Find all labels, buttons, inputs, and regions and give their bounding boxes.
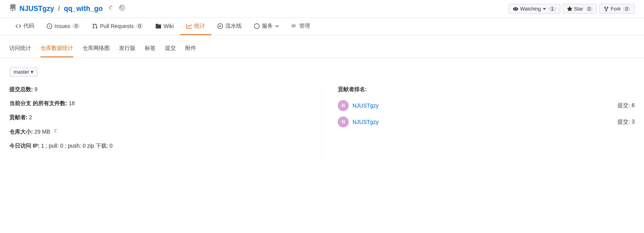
files-value: 18 bbox=[68, 100, 75, 106]
sub-nav-network[interactable]: 仓库网络图 bbox=[82, 42, 110, 57]
sub-nav-releases[interactable]: 发行版 bbox=[119, 42, 135, 57]
sub-nav-commits[interactable]: 提交 bbox=[165, 42, 176, 57]
refresh-icon[interactable] bbox=[53, 129, 59, 135]
avatar: N bbox=[338, 116, 349, 127]
nav-code-label: 代码 bbox=[23, 23, 34, 30]
contributor-name[interactable]: NJUSTgzy bbox=[353, 119, 379, 125]
sub-nav: 访问统计 仓库数据统计 仓库网络图 发行版 标签 提交 附件 bbox=[0, 35, 644, 58]
nav-item-wiki[interactable]: Wiki bbox=[149, 18, 180, 35]
nav-item-code[interactable]: 代码 bbox=[9, 18, 40, 35]
fork-count: 0 bbox=[623, 6, 630, 12]
contributor-commits: 提交: 6 bbox=[618, 102, 635, 109]
watching-label: Watching bbox=[520, 6, 541, 12]
stats-left: 提交总数: 9 当前分支 的所有文件数: 18 贡献者: 2 仓库大小: 29 … bbox=[9, 86, 322, 157]
nav-manage-label: 管理 bbox=[299, 23, 310, 30]
star-button[interactable]: Star 0 bbox=[563, 4, 597, 14]
contributor-row: N NJUSTgzy 提交: 3 bbox=[338, 116, 635, 127]
files-label: 当前分支 的所有文件数: bbox=[9, 100, 67, 106]
total-commits-row: 提交总数: 9 bbox=[9, 86, 306, 93]
repo-link[interactable]: qq_with_go bbox=[64, 5, 103, 13]
avatar: N bbox=[338, 100, 349, 111]
contributor-commits: 提交: 3 bbox=[618, 118, 635, 125]
contributors-list: N NJUSTgzy 提交: 6 N NJUSTgzy 提交: 3 bbox=[338, 100, 635, 127]
nav-item-stats[interactable]: 统计 bbox=[180, 18, 211, 35]
files-row: 当前分支 的所有文件数: 18 bbox=[9, 100, 306, 107]
sync-icon[interactable] bbox=[108, 5, 114, 13]
settings-icon[interactable] bbox=[119, 5, 125, 13]
stats-container: 提交总数: 9 当前分支 的所有文件数: 18 贡献者: 2 仓库大小: 29 … bbox=[9, 86, 635, 157]
separator: / bbox=[58, 5, 60, 13]
main-nav: 代码 Issues 0 Pull Requests 0 Wiki 统计 流水线 … bbox=[0, 18, 644, 35]
fork-label: Fork bbox=[611, 6, 621, 12]
branch-label: master bbox=[14, 69, 29, 75]
branch-selector[interactable]: master ▾ bbox=[9, 67, 38, 77]
nav-services-label: 服务 bbox=[262, 23, 273, 30]
total-commits-label: 提交总数: bbox=[9, 86, 33, 92]
issues-badge: 0 bbox=[72, 23, 80, 29]
top-bar: NJUSTgzy / qq_with_go Watching 1 Star 0 … bbox=[0, 0, 644, 18]
nav-item-manage[interactable]: 管理 bbox=[285, 18, 316, 35]
sub-nav-access[interactable]: 访问统计 bbox=[9, 42, 31, 57]
nav-item-issues[interactable]: Issues 0 bbox=[40, 18, 86, 35]
contributors-value: 2 bbox=[29, 114, 32, 120]
watching-button[interactable]: Watching 1 bbox=[509, 4, 560, 14]
today-row: 今日访问 IP: 1 ; pull: 0 ; push: 0 zip 下载: 0 bbox=[9, 143, 306, 150]
size-label: 仓库大小: bbox=[9, 129, 33, 135]
main-content: master ▾ 提交总数: 9 当前分支 的所有文件数: 18 贡献者: 2 … bbox=[0, 58, 644, 166]
contributors-row: 贡献者: 2 bbox=[9, 114, 306, 121]
nav-issues-label: Issues bbox=[54, 23, 70, 29]
nav-pipeline-label: 流水线 bbox=[225, 23, 242, 30]
owner-link[interactable]: NJUSTgzy bbox=[19, 5, 54, 13]
repo-icon bbox=[9, 4, 16, 13]
watching-count: 1 bbox=[549, 6, 556, 12]
size-value: 29 MB bbox=[35, 129, 50, 135]
sub-nav-attachments[interactable]: 附件 bbox=[185, 42, 196, 57]
chevron-down-icon: ▾ bbox=[31, 69, 33, 75]
fork-button[interactable]: Fork 0 bbox=[599, 4, 635, 14]
pulls-badge: 0 bbox=[136, 23, 144, 29]
stats-right: 贡献者排名: N NJUSTgzy 提交: 6 N NJUSTgzy 提交: 3 bbox=[322, 86, 635, 157]
today-value: 1 ; pull: 0 ; push: 0 zip 下载: 0 bbox=[41, 143, 113, 149]
top-actions: Watching 1 Star 0 Fork 0 bbox=[509, 4, 635, 14]
size-row: 仓库大小: 29 MB bbox=[9, 128, 306, 136]
contributor-info: N NJUSTgzy bbox=[338, 100, 379, 111]
repo-title: NJUSTgzy / qq_with_go bbox=[9, 4, 125, 13]
nav-item-pulls[interactable]: Pull Requests 0 bbox=[86, 18, 149, 35]
contributor-row: N NJUSTgzy 提交: 6 bbox=[338, 100, 635, 111]
today-label: 今日访问 IP: bbox=[9, 143, 41, 149]
nav-stats-label: 统计 bbox=[194, 23, 205, 30]
contributors-title: 贡献者排名: bbox=[338, 86, 635, 93]
nav-pulls-label: Pull Requests bbox=[100, 23, 133, 29]
nav-item-services[interactable]: 服务 bbox=[248, 18, 285, 35]
star-label: Star bbox=[574, 6, 583, 12]
nav-wiki-label: Wiki bbox=[163, 23, 174, 29]
contributor-name[interactable]: NJUSTgzy bbox=[353, 102, 379, 109]
sub-nav-repo-stats[interactable]: 仓库数据统计 bbox=[40, 42, 73, 57]
contributors-label: 贡献者: bbox=[9, 114, 28, 120]
star-count: 0 bbox=[586, 6, 593, 12]
total-commits-value: 9 bbox=[35, 86, 38, 92]
contributor-info: N NJUSTgzy bbox=[338, 116, 379, 127]
nav-item-pipeline[interactable]: 流水线 bbox=[211, 18, 248, 35]
sub-nav-tags[interactable]: 标签 bbox=[145, 42, 156, 57]
